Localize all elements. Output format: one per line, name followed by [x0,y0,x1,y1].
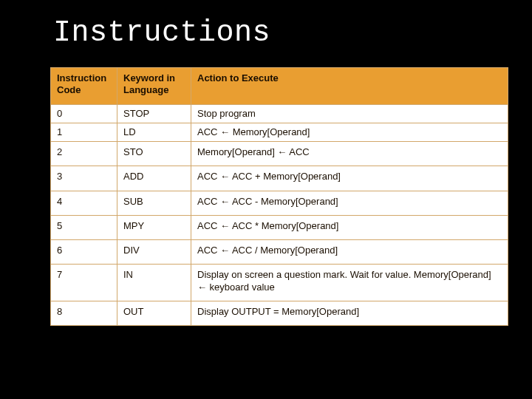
cell-code: 7 [51,265,117,301]
cell-keyword: STO [117,142,191,166]
cell-keyword: LD [117,123,191,141]
table-header-row: Instruction Code Keyword in Language Act… [51,68,508,105]
cell-code: 2 [51,142,117,166]
table-row: 3 ADD ACC ← ACC + Memory[Operand] [51,166,508,191]
cell-action: Display OUTPUT = Memory[Operand] [191,301,508,325]
header-action: Action to Execute [191,68,508,105]
table-row: 8 OUT Display OUTPUT = Memory[Operand] [51,301,508,325]
cell-action: ACC ← ACC - Memory[Operand] [191,191,508,215]
cell-keyword: IN [117,265,191,301]
table-row: 5 MPY ACC ← ACC * Memory[Operand] [51,215,508,239]
table-row: 4 SUB ACC ← ACC - Memory[Operand] [51,191,508,215]
cell-keyword: DIV [117,240,191,265]
instructions-table: Instruction Code Keyword in Language Act… [50,67,508,326]
cell-code: 1 [51,123,117,141]
cell-code: 6 [51,240,117,265]
cell-action: ACC ← ACC / Memory[Operand] [191,240,508,265]
cell-action: ACC ← ACC + Memory[Operand] [191,166,508,191]
header-instruction-code: Instruction Code [51,68,117,105]
cell-action: ACC ← ACC * Memory[Operand] [191,215,508,239]
cell-code: 3 [51,166,117,191]
page-title: Instructions [53,16,502,50]
table-row: 7 IN Display on screen a question mark. … [51,265,508,301]
cell-code: 5 [51,215,117,239]
table-row: 6 DIV ACC ← ACC / Memory[Operand] [51,240,508,265]
cell-code: 8 [51,301,117,325]
cell-keyword: ADD [117,166,191,191]
cell-action: Stop program [191,104,508,123]
table-row: 0 STOP Stop program [51,104,508,123]
table-row: 1 LD ACC ← Memory[Operand] [51,123,508,141]
cell-action: Display on screen a question mark. Wait … [191,265,508,301]
cell-keyword: MPY [117,215,191,239]
cell-keyword: OUT [117,301,191,325]
cell-action: Memory[Operand] ← ACC [191,142,508,166]
table-row: 2 STO Memory[Operand] ← ACC [51,142,508,166]
cell-action: ACC ← Memory[Operand] [191,123,508,141]
header-keyword: Keyword in Language [117,68,191,105]
cell-code: 4 [51,191,117,215]
slide: Instructions Instruction Code Keyword in… [0,0,532,399]
cell-keyword: STOP [117,104,191,123]
cell-code: 0 [51,104,117,123]
cell-keyword: SUB [117,191,191,215]
